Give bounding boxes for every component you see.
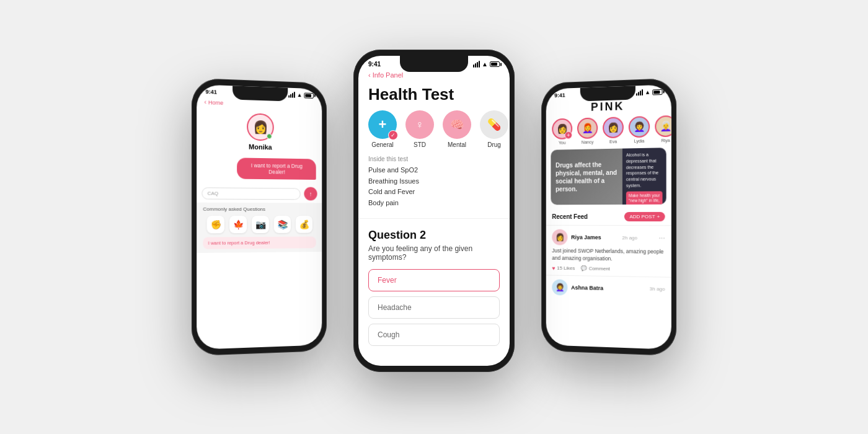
story-avatar-riya: 👩‍🦳 <box>655 115 671 137</box>
post-avatar-riya: 👩 <box>552 229 567 246</box>
phone-left: 9:41 ▲ ‹ Hom <box>192 78 327 356</box>
add-post-label: ADD POST <box>629 214 655 219</box>
story-lydia[interactable]: 👩‍🦱 Lydia <box>629 116 650 143</box>
story-avatar-eva: 👩 <box>603 117 624 138</box>
comment-icon: 💬 <box>581 266 587 272</box>
category-std[interactable]: ♀ STD <box>405 110 434 148</box>
inside-item-2: Breathing Issues <box>368 176 500 187</box>
faq-icon-protest[interactable]: ✊ <box>207 216 224 233</box>
general-label: General <box>371 141 394 148</box>
category-general[interactable]: + ✓ General <box>368 110 397 148</box>
story-label-you: You <box>559 140 565 144</box>
signal-icon-r <box>636 89 643 95</box>
post-actions-1: ♥ 15 Likes 💬 Comment <box>552 265 665 273</box>
post-content-1: Just joined SWOP Netherlands, amazing pe… <box>552 247 665 264</box>
post-avatar-ashna: 👩‍🦱 <box>552 279 567 295</box>
online-indicator <box>267 133 272 139</box>
chat-area: I want to report a Drug Dealer! <box>197 152 322 185</box>
phone-center: 9:41 ▲ ‹ Inf <box>353 50 515 372</box>
faq-title: Commonly asked Questions <box>203 206 316 212</box>
featured-cta: Make health your "new high" in life, not… <box>626 191 663 205</box>
battery-icon-c <box>490 61 500 67</box>
post-time-2: 3h ago <box>650 286 665 293</box>
faq-section: Commonly asked Questions ✊ 🍁 📷 📚 💰 I wan… <box>197 203 322 253</box>
input-row: CAQ ↑ <box>197 184 322 203</box>
category-mental[interactable]: 🧠 Mental <box>443 110 471 148</box>
faq-icon-money[interactable]: 💰 <box>296 216 312 233</box>
story-riya[interactable]: 👩‍🦳 Riya <box>655 115 671 143</box>
back-home-label: Home <box>208 99 223 106</box>
featured-side-text: Alcohol is a depressant that decreases t… <box>626 151 663 188</box>
status-icons-right: ▲ <box>636 89 663 96</box>
category-drug[interactable]: 💊 Drug <box>480 110 508 148</box>
divider <box>358 218 510 219</box>
mental-label: Mental <box>448 141 466 148</box>
story-label-riya: Riya <box>661 138 670 143</box>
story-you[interactable]: 👩 + You <box>552 118 572 145</box>
selected-check: ✓ <box>388 130 398 140</box>
symptom-cough[interactable]: Cough <box>368 324 500 346</box>
question-section: Question 2 Are you feeling any of the gi… <box>358 221 510 358</box>
faq-icon-book[interactable]: 📚 <box>274 216 291 233</box>
featured-main-text: Drugs affect the physical, mental, and s… <box>556 161 618 193</box>
question-text: Are you feeling any of the given symptom… <box>368 244 500 262</box>
feed-post-2: 👩‍🦱 Ashna Batra 3h ago <box>546 275 671 304</box>
left-screen: 9:41 ▲ ‹ Hom <box>197 84 322 350</box>
feed-post-1: 👩 Riya James 2h ago ··· Just joined SWOP… <box>546 225 671 277</box>
featured-left: Drugs affect the physical, mental, and s… <box>551 149 622 205</box>
chat-input[interactable]: CAQ <box>202 187 300 200</box>
faq-icons-row: ✊ 🍁 📷 📚 💰 <box>203 216 316 233</box>
faq-icon-camera[interactable]: 📷 <box>252 216 269 233</box>
symptom-headache[interactable]: Headache <box>368 296 500 319</box>
add-icon: + <box>657 214 660 219</box>
faq-suggestion[interactable]: I want to report a Drug dealer! <box>203 236 316 249</box>
notch-right <box>580 86 636 101</box>
inside-test-section: Inside this test Pulse and SpO2 Breathin… <box>358 156 510 216</box>
test-categories: + ✓ General ♀ STD 🧠 Mental <box>358 110 510 156</box>
post-header-2: 👩‍🦱 Ashna Batra 3h ago <box>552 279 665 298</box>
back-home-button[interactable]: ‹ Home <box>204 99 223 106</box>
status-time-right: 9:41 <box>554 92 565 98</box>
story-label-lydia: Lydia <box>634 139 645 143</box>
back-infopanel-label: Info Panel <box>373 71 404 79</box>
post-time-1: 2h ago <box>622 235 637 241</box>
send-button[interactable]: ↑ <box>304 187 317 201</box>
std-icon: ♀ <box>405 110 434 139</box>
phone-right: 9:41 ▲ PINK <box>541 78 676 356</box>
more-options-icon[interactable]: ··· <box>658 233 665 242</box>
add-story-icon: + <box>565 131 573 139</box>
post-name-1: Riya James <box>571 234 601 241</box>
status-icons-left: ▲ <box>288 92 314 99</box>
back-infopanel-button[interactable]: ‹ Info Panel <box>368 71 403 79</box>
battery-icon <box>304 92 313 98</box>
signal-icon <box>288 92 295 98</box>
drug-icon: 💊 <box>480 110 508 139</box>
like-action[interactable]: ♥ 15 Likes <box>552 265 575 272</box>
recent-feed-label: Recent Feed <box>552 213 588 220</box>
status-time-center: 9:41 <box>368 61 381 68</box>
right-screen: 9:41 ▲ PINK <box>546 84 671 350</box>
faq-icon-cannabis[interactable]: 🍁 <box>229 216 247 233</box>
story-nancy[interactable]: 👩‍🦰 Nancy <box>577 117 598 144</box>
center-screen: 9:41 ▲ ‹ Inf <box>358 56 510 366</box>
story-eva[interactable]: 👩 Eva <box>603 117 624 144</box>
notch-center <box>400 56 468 72</box>
avatar: 👩 <box>247 113 274 141</box>
inside-item-3: Cold and Fever <box>368 187 500 198</box>
recent-feed-header: Recent Feed ADD POST + <box>546 210 671 225</box>
story-avatar-lydia: 👩‍🦱 <box>629 116 650 138</box>
wifi-icon-r: ▲ <box>645 89 650 95</box>
post-name-2: Ashna Batra <box>571 285 603 291</box>
scene: 9:41 ▲ ‹ Hom <box>0 0 868 434</box>
status-time-left: 9:41 <box>206 89 217 95</box>
featured-post: Drugs affect the physical, mental, and s… <box>551 148 666 205</box>
wifi-icon-c: ▲ <box>482 61 488 68</box>
mental-icon: 🧠 <box>443 110 471 139</box>
comment-action[interactable]: 💬 Comment <box>581 266 610 272</box>
add-post-button[interactable]: ADD POST + <box>624 212 665 221</box>
inside-item-4: Body pain <box>368 198 500 209</box>
symptom-fever[interactable]: Fever <box>368 269 500 291</box>
general-icon: + ✓ <box>368 110 397 139</box>
heart-icon: ♥ <box>552 265 555 272</box>
notch-left <box>232 86 288 101</box>
